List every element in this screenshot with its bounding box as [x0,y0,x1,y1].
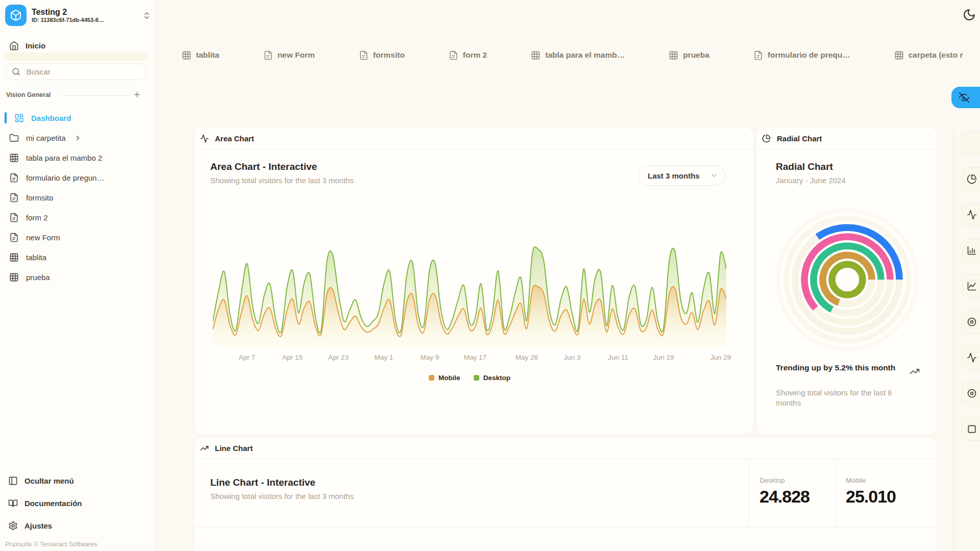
tab-tablita[interactable]: tablita [182,51,219,60]
square-icon [967,424,977,434]
file-icon [9,213,19,222]
sidebar-highlight [3,53,148,61]
range-select-value: Last 3 months [648,171,700,180]
section-label: Vision General [6,91,51,98]
sidebar-item-ajustes[interactable]: Ajustes [4,517,148,534]
pie-chart-icon [762,134,771,143]
cube-icon [10,9,22,21]
chevron-right-icon [74,134,82,142]
x-axis-label: Apr 7 [239,354,255,361]
rail-button-line-chart-icon[interactable] [962,274,980,298]
gear-icon [8,521,18,531]
sidebar-item-formsito[interactable]: formsito [4,190,152,205]
x-axis-label: May 26 [516,354,538,361]
legend-label: Mobile [438,374,460,382]
table-icon [9,153,19,163]
tab-label: formsito [373,51,405,60]
sidebar-item-label: prueba [26,273,50,282]
tab-formulario-de-prequ[interactable]: formulario de prequ… [753,51,850,60]
x-axis-label: Apr 23 [328,354,349,361]
rail-button-pie-chart-icon[interactable] [962,167,980,191]
stat-mobile-label: Mobile [846,477,938,484]
stat-mobile[interactable]: Mobile 25.010 [835,459,938,527]
sidebar-item-form-2[interactable]: form 2 [4,210,152,225]
workspace-switcher[interactable]: Testing 2 ID: 11383c6f-71db-4453-8… [5,3,151,28]
sidebar-item-label: Documentación [24,499,82,508]
bar-chart-icon [967,245,977,256]
sidebar-item-label: form 2 [26,213,48,222]
sidebar-item-ocultar-men[interactable]: Ocultar menú [4,472,148,489]
folder-icon [9,133,19,143]
x-axis-label: Jun 11 [608,354,628,361]
area-chart-plot[interactable] [213,246,726,348]
sidebar-item-tablita[interactable]: tablita [4,249,152,265]
sidebar-item-label: tabla para el mambo 2 [26,154,102,162]
sidebar-item-dashboard[interactable]: Dashboard [4,110,152,126]
sidebar-item-label: Ajustes [24,521,52,530]
area-widget-header: Area Chart [194,128,753,149]
radial-card-title: Radial Chart [776,161,846,172]
tab-prueba[interactable]: prueba [669,51,709,60]
tab-formsito[interactable]: formsito [359,51,405,60]
donut-icon [967,317,977,327]
trending-subtext: Showing total visitors for the last 6 mo… [776,388,901,408]
rail-button-square-icon[interactable] [962,417,980,441]
line-card-title: Line Chart - Interactive [210,477,354,488]
table-icon [182,51,191,60]
line-card-header-border [194,527,937,528]
table-icon [9,272,19,282]
book-icon [8,498,18,508]
tab-bar-divider [156,67,980,67]
sidebar-item-formulario-de-pregun[interactable]: formulario de pregun… [4,170,152,185]
workspace-logo [5,5,27,26]
rail-button-donut-icon[interactable] [962,382,980,405]
area-card-title: Area Chart - Interactive [210,161,354,172]
x-axis-label: Apr 15 [282,354,303,361]
tab-label: formulario de prequ… [768,51,850,60]
range-select[interactable]: Last 3 months [638,165,726,186]
sidebar-nav: Dashboardmi carpetitatabla para el mambo… [0,110,156,289]
line-widget-title: Line Chart [215,444,253,453]
trending-up-icon [200,444,209,453]
sidebar-item-inicio[interactable]: Inicio [4,38,148,53]
rail-button-bar-chart-icon[interactable] [962,239,980,262]
copyright-text: Praxsuite © Tesseract Softwares [5,541,97,548]
file-icon [263,51,273,60]
sidebar: Testing 2 ID: 11383c6f-71db-4453-8… Inic… [0,0,156,551]
dark-mode-toggle[interactable] [962,7,977,22]
tab-tabla-para-el-mamb[interactable]: tabla para el mamb… [531,51,625,60]
tab-label: form 2 [463,51,487,60]
rail-button-activity-icon[interactable] [962,203,980,227]
tab-new-form[interactable]: new Form [263,51,315,60]
legend-swatch [429,375,434,381]
search-input[interactable] [26,67,140,77]
dashboard-icon [14,113,24,123]
rail-button-donut-icon[interactable] [962,310,980,334]
line-widget-header: Line Chart [194,437,937,459]
plus-icon[interactable] [133,90,141,99]
eye-off-icon [959,92,970,103]
x-axis-label: May 9 [421,354,439,361]
trending-text: Trending up by 5.2% this month [776,363,903,372]
rail-button-activity-icon[interactable] [962,346,980,369]
tab-form-2[interactable]: form 2 [449,51,487,60]
stat-desktop[interactable]: Desktop 24.828 [749,459,835,527]
tab-label: carpeta (esto r [909,51,963,60]
hide-widgets-button[interactable] [951,87,980,108]
sidebar-item-mi-carpetita[interactable]: mi carpetita [4,130,152,145]
rail-button-empty[interactable] [962,132,980,155]
activity-icon [967,353,977,363]
radial-chart-plot[interactable] [771,203,924,356]
tab-carpeta-esto-r[interactable]: carpeta (esto r [894,51,963,60]
inicio-label: Inicio [26,41,45,50]
tab-label: new Form [278,51,315,60]
sidebar-item-documentaci-n[interactable]: Documentación [4,495,148,511]
sidebar-item-tabla-para-el-mambo-2[interactable]: tabla para el mambo 2 [4,150,152,165]
activity-icon [200,134,209,143]
moon-icon [963,8,976,21]
sidebar-item-label: Dashboard [31,114,71,122]
table-icon [894,51,904,60]
legend-swatch [474,375,479,381]
sidebar-item-prueba[interactable]: prueba [4,269,152,285]
sidebar-item-new-form[interactable]: new Form [4,230,152,245]
